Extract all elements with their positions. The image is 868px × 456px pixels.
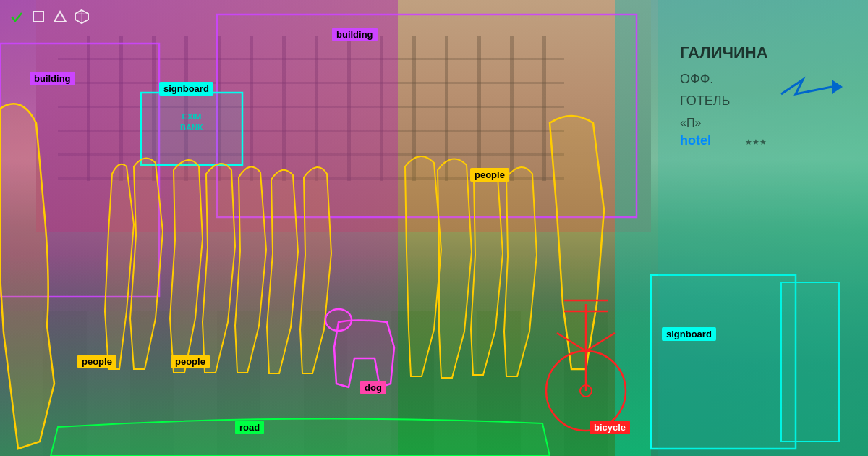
svg-text:«П»: «П» <box>680 117 701 129</box>
label-road: road <box>235 421 264 434</box>
svg-text:hotel: hotel <box>680 133 711 148</box>
label-people-left1: people <box>77 355 116 368</box>
cube-icon[interactable] <box>74 9 90 25</box>
svg-text:ГАЛИЧИНА: ГАЛИЧИНА <box>680 43 768 62</box>
triangle-icon[interactable] <box>52 9 68 25</box>
scene: EXIM BANK <box>0 0 868 456</box>
detection-outlines: EXIM BANK <box>0 0 868 456</box>
label-signboard-right: signboard <box>662 327 716 341</box>
label-building-left: building <box>30 72 75 85</box>
svg-rect-23 <box>33 12 43 22</box>
svg-point-12 <box>326 309 352 331</box>
svg-rect-15 <box>658 0 868 456</box>
label-signboard-top: signboard <box>159 82 213 96</box>
svg-marker-24 <box>54 12 66 22</box>
toolbar <box>9 9 90 25</box>
svg-text:★★★: ★★★ <box>745 138 767 146</box>
label-bicycle: bicycle <box>590 421 630 434</box>
label-dog: dog <box>360 381 386 394</box>
checkmark-icon[interactable] <box>9 9 25 25</box>
svg-text:BANK: BANK <box>180 123 203 132</box>
svg-text:ОФФ.: ОФФ. <box>680 72 713 86</box>
label-people-left2: people <box>171 355 210 368</box>
svg-text:EXIM: EXIM <box>182 112 202 121</box>
svg-text:ГОТЕЛЬ: ГОТЕЛЬ <box>680 93 730 108</box>
square-icon[interactable] <box>30 9 46 25</box>
label-building-top: building <box>332 28 378 41</box>
label-people-center: people <box>470 168 509 182</box>
